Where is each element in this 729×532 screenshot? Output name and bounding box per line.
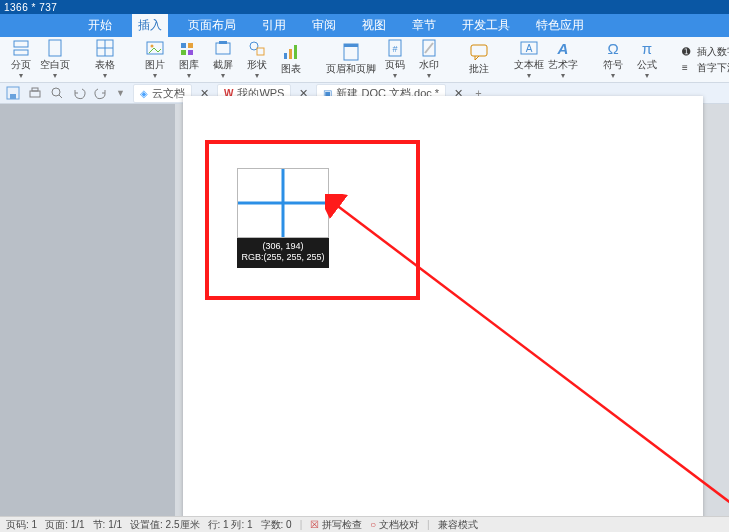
svg-line-36 <box>59 95 62 98</box>
dropcap-icon: ≡ <box>682 62 694 74</box>
status-section[interactable]: 节: 1/1 <box>93 518 122 532</box>
status-compat-mode[interactable]: 兼容模式 <box>438 518 478 532</box>
preview-icon[interactable] <box>50 86 64 100</box>
omega-icon: Ω <box>604 39 622 57</box>
status-wordcount[interactable]: 字数: 0 <box>261 518 292 532</box>
svg-rect-20 <box>344 44 358 47</box>
svg-rect-34 <box>32 88 38 91</box>
print-icon[interactable] <box>28 86 42 100</box>
svg-rect-25 <box>471 45 487 56</box>
pi-icon: π <box>638 39 656 57</box>
comment-icon <box>470 43 488 61</box>
page-break-button[interactable]: 分页▾ <box>6 39 36 80</box>
qat-dropdown[interactable]: ▼ <box>116 88 125 98</box>
insert-number-button[interactable]: ➊插入数字 <box>682 45 729 59</box>
screenshot-icon <box>214 39 232 57</box>
menu-special[interactable]: 特色应用 <box>530 14 590 37</box>
textbox-icon: A <box>520 39 538 57</box>
svg-rect-16 <box>284 53 287 59</box>
svg-rect-13 <box>219 41 227 44</box>
blank-page-icon <box>46 39 64 57</box>
screenshot-button[interactable]: 截屏▾ <box>208 39 238 80</box>
comment-button[interactable]: 批注 <box>464 43 494 76</box>
page-number-button[interactable]: #页码▾ <box>380 39 410 80</box>
menu-devtools[interactable]: 开发工具 <box>456 14 516 37</box>
menu-references[interactable]: 引用 <box>256 14 292 37</box>
workspace: (306, 194) RGB:(255, 255, 255) <box>0 104 729 516</box>
menu-section[interactable]: 章节 <box>406 14 442 37</box>
symbol-button[interactable]: Ω符号▾ <box>598 39 628 80</box>
eyedropper-magnifier <box>237 168 329 238</box>
svg-line-24 <box>425 43 433 53</box>
left-gutter <box>0 104 175 516</box>
picture-icon <box>146 39 164 57</box>
svg-text:#: # <box>392 44 397 54</box>
eyedropper-info: (306, 194) RGB:(255, 255, 255) <box>237 238 329 268</box>
eyedropper-coord: (306, 194) <box>237 241 329 252</box>
header-footer-button[interactable]: 页眉和页脚 <box>326 43 376 76</box>
wordart-icon: A <box>554 39 572 57</box>
svg-point-35 <box>52 88 60 96</box>
watermark-button[interactable]: 水印▾ <box>414 39 444 80</box>
page-number-icon: # <box>386 39 404 57</box>
page-break-icon <box>12 39 30 57</box>
svg-rect-17 <box>289 49 292 59</box>
cloud-icon: ◈ <box>140 88 148 99</box>
header-footer-icon <box>342 43 360 61</box>
shapes-icon <box>248 39 266 57</box>
status-bar: 页码: 1 页面: 1/1 节: 1/1 设置值: 2.5厘米 行: 1 列: … <box>0 516 729 532</box>
status-page-code[interactable]: 页码: 1 <box>6 518 37 532</box>
window-dimensions: 1366 * 737 <box>0 2 57 13</box>
svg-point-7 <box>151 45 154 48</box>
status-proofread[interactable]: ○ 文档校对 <box>370 518 419 532</box>
svg-text:A: A <box>557 40 569 57</box>
table-icon <box>96 39 114 57</box>
number-icon: ➊ <box>682 46 694 58</box>
ribbon: 分页▾ 空白页▾ 表格▾ 图片▾ 图库▾ 截屏▾ 形状▾ 图表 页眉和页脚 #页… <box>0 37 729 83</box>
gallery-icon <box>180 39 198 57</box>
svg-rect-12 <box>216 43 230 54</box>
svg-text:Ω: Ω <box>607 40 618 57</box>
textbox-button[interactable]: A文本框▾ <box>514 39 544 80</box>
menu-bar: 开始 插入 页面布局 引用 审阅 视图 章节 开发工具 特色应用 <box>0 14 729 37</box>
svg-rect-18 <box>294 45 297 59</box>
menu-view[interactable]: 视图 <box>356 14 392 37</box>
svg-rect-10 <box>181 50 186 55</box>
status-page[interactable]: 页面: 1/1 <box>45 518 84 532</box>
svg-text:A: A <box>526 43 533 54</box>
svg-rect-11 <box>188 50 193 55</box>
svg-text:π: π <box>642 40 652 57</box>
svg-rect-0 <box>14 41 28 47</box>
equation-button[interactable]: π公式▾ <box>632 39 662 80</box>
menu-insert[interactable]: 插入 <box>132 14 168 37</box>
page-area[interactable]: (306, 194) RGB:(255, 255, 255) <box>175 104 729 516</box>
save-icon[interactable] <box>6 86 20 100</box>
blank-page-button[interactable]: 空白页▾ <box>40 39 70 80</box>
redo-icon[interactable] <box>94 86 108 100</box>
svg-rect-1 <box>14 50 28 55</box>
watermark-icon <box>420 39 438 57</box>
status-rowcol[interactable]: 行: 1 列: 1 <box>208 518 253 532</box>
gallery-button[interactable]: 图库▾ <box>174 39 204 80</box>
table-button[interactable]: 表格▾ <box>90 39 120 80</box>
svg-rect-2 <box>49 40 61 56</box>
undo-icon[interactable] <box>72 86 86 100</box>
eyedropper-rgb: RGB:(255, 255, 255) <box>237 252 329 263</box>
menu-review[interactable]: 审阅 <box>306 14 342 37</box>
svg-rect-15 <box>257 48 264 55</box>
menu-start[interactable]: 开始 <box>82 14 118 37</box>
svg-rect-9 <box>188 43 193 48</box>
svg-rect-32 <box>10 94 16 99</box>
menu-page-layout[interactable]: 页面布局 <box>182 14 242 37</box>
svg-rect-33 <box>30 91 40 97</box>
chart-button[interactable]: 图表 <box>276 43 306 76</box>
status-spellcheck[interactable]: ☒ 拼写检查 <box>310 518 362 532</box>
svg-rect-8 <box>181 43 186 48</box>
chart-icon <box>282 43 300 61</box>
status-setvalue[interactable]: 设置值: 2.5厘米 <box>130 518 199 532</box>
shapes-button[interactable]: 形状▾ <box>242 39 272 80</box>
drop-cap-button[interactable]: ≡首字下沉 <box>682 61 729 75</box>
picture-button[interactable]: 图片▾ <box>140 39 170 80</box>
wordart-button[interactable]: A艺术字▾ <box>548 39 578 80</box>
